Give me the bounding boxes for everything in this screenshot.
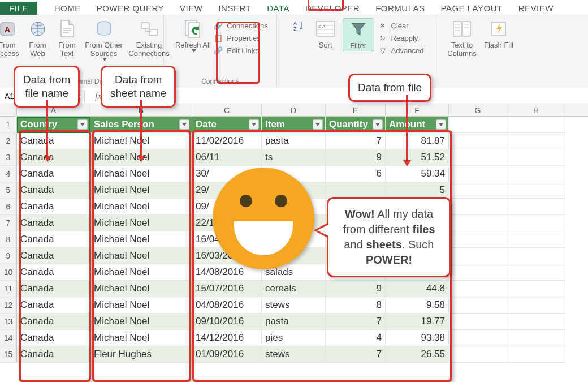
cell[interactable]: 9.58 [386,297,449,314]
cell[interactable] [507,346,565,363]
cell[interactable]: 6 [326,166,386,182]
cell[interactable] [507,330,565,346]
row-header[interactable]: 5 [0,182,17,199]
flash-fill-button[interactable]: Flash Fill [484,18,513,50]
cell[interactable]: 7 [326,346,386,363]
tab-data[interactable]: DATA [259,2,297,15]
cell[interactable]: Canada [17,248,90,264]
filter-dropdown-icon[interactable] [373,119,383,130]
cell[interactable] [449,330,507,346]
from-access-button[interactable]: A From Access [0,18,22,59]
tab-page-layout[interactable]: PAGE LAYOUT [433,2,511,15]
cell[interactable]: 93.38 [386,330,449,346]
cell[interactable] [449,346,507,363]
clear-filter-button[interactable]: ✕Clear [378,20,424,31]
cell[interactable]: Canada [17,231,90,248]
cell[interactable]: Michael Noel [90,314,192,330]
cell[interactable]: stews [262,297,326,314]
filter-dropdown-icon[interactable] [77,119,88,130]
row-header[interactable]: 6 [0,199,17,215]
cell[interactable]: Michael Noel [90,199,192,215]
cell[interactable] [507,264,565,281]
cell[interactable]: 04/08/2016 [192,297,262,314]
cell[interactable]: cereals [262,281,326,297]
row-header[interactable]: 10 [0,264,17,281]
row-header[interactable]: 2 [0,133,17,149]
col-header-G[interactable]: G [449,104,507,116]
cell[interactable]: 59.34 [386,166,449,182]
cell[interactable] [449,281,507,297]
sort-az-button[interactable]: AZ [289,18,309,35]
cell[interactable] [507,199,565,215]
row-header[interactable]: 9 [0,248,17,264]
tab-power-query[interactable]: POWER QUERY [89,2,172,15]
cell[interactable]: Canada [17,281,90,297]
from-web-button[interactable]: From Web [24,18,51,59]
cell[interactable] [507,166,565,182]
filter-dropdown-icon[interactable] [313,119,323,130]
row-header[interactable]: 13 [0,314,17,330]
cell[interactable] [507,248,565,264]
refresh-all-button[interactable]: Refresh All [174,18,212,54]
cell[interactable]: Canada [17,166,90,182]
cell[interactable]: 19.77 [386,314,449,330]
hdr-item[interactable]: Item [262,117,326,133]
cell[interactable] [449,149,507,166]
cell[interactable]: stews [262,346,326,363]
tab-insert[interactable]: INSERT [210,2,259,15]
cell[interactable] [507,215,565,231]
cell[interactable]: 9 [326,281,386,297]
cell[interactable] [449,166,507,182]
col-header-C[interactable]: C [192,104,262,116]
row-header[interactable]: 15 [0,346,17,363]
cell[interactable]: pies [262,330,326,346]
row-header[interactable]: 12 [0,297,17,314]
cell[interactable]: 06/11 [192,149,262,166]
cell[interactable] [507,314,565,330]
tab-developer[interactable]: DEVELOPER [297,2,368,15]
cell[interactable] [449,248,507,264]
cell[interactable]: 11/02/2016 [192,133,262,149]
cell[interactable] [449,297,507,314]
row-header[interactable]: 1 [0,117,17,133]
row-header[interactable]: 8 [0,231,17,248]
row-header[interactable]: 3 [0,149,17,166]
from-text-button[interactable]: From Text [54,18,81,59]
cell[interactable] [449,264,507,281]
cell[interactable]: Michael Noel [90,231,192,248]
hdr-amount[interactable]: Amount [386,117,449,133]
col-header-F[interactable]: F [386,104,449,116]
cell[interactable]: Canada [17,264,90,281]
cell[interactable]: 01/09/2016 [192,346,262,363]
cell[interactable] [449,314,507,330]
filter-dropdown-icon[interactable] [179,119,189,130]
cell[interactable] [449,215,507,231]
advanced-filter-button[interactable]: ▽Advanced [378,45,424,55]
hdr-quantity[interactable]: Quantity [326,117,386,133]
cell[interactable]: pasta [262,314,326,330]
cell[interactable]: Michael Noel [90,215,192,231]
cell[interactable]: 7 [326,133,386,149]
cell[interactable]: Canada [17,215,90,231]
cell[interactable]: 9 [326,149,386,166]
cell[interactable]: Canada [17,314,90,330]
filter-dropdown-icon[interactable] [436,119,446,130]
cell[interactable]: Michael Noel [90,182,192,199]
cell[interactable]: 14/12/2016 [192,330,262,346]
filter-dropdown-icon[interactable] [249,119,259,130]
cell[interactable] [326,182,386,199]
connections-button[interactable]: 🔗Connections [213,20,267,31]
cell[interactable]: 26.55 [386,346,449,363]
cell[interactable]: Michael Noel [90,166,192,182]
cell[interactable]: ts [262,149,326,166]
cell[interactable]: 5 [386,182,449,199]
cell[interactable]: Canada [17,133,90,149]
row-header[interactable]: 14 [0,330,17,346]
row-header[interactable]: 7 [0,215,17,231]
tab-formulas[interactable]: FORMULAS [368,2,433,15]
cell[interactable]: Canada [17,346,90,363]
cell[interactable]: Canada [17,297,90,314]
row-header[interactable]: 11 [0,281,17,297]
cell[interactable]: Michael Noel [90,281,192,297]
select-all-corner[interactable] [0,104,17,116]
